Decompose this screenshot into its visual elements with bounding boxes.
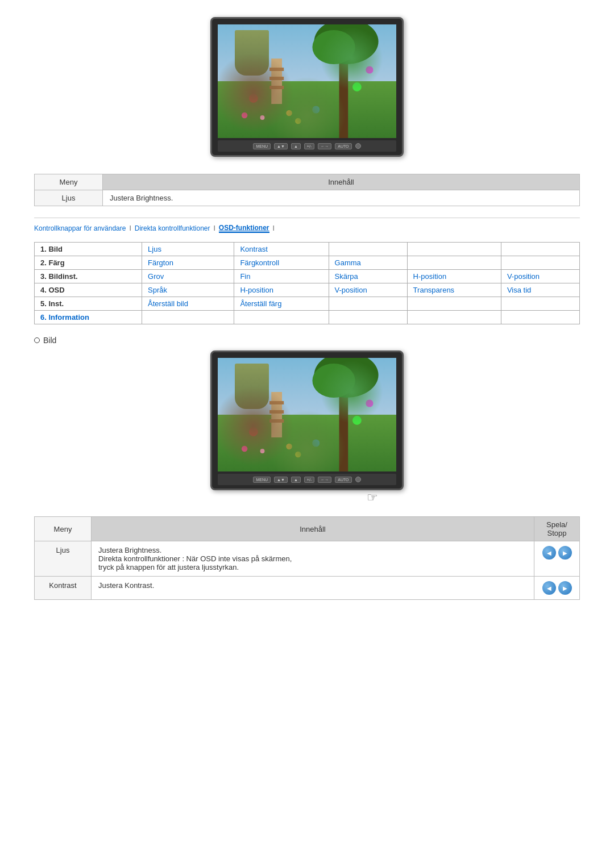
detail-menu-ljus: Ljus (35, 541, 92, 577)
svg-point-3 (314, 24, 379, 64)
osd-link-kontrast[interactable]: Kontrast (240, 245, 267, 253)
detail-buttons-ljus: ◀ ▶ (534, 541, 580, 577)
osd-link-aterstallFarg[interactable]: Återställ färg (240, 299, 281, 308)
osd-link-vposition-4[interactable]: V-position (335, 286, 367, 294)
monitor-btn-lr[interactable]: ←→ (318, 143, 331, 149)
table-row: Ljus Justera Brightness. Direkta kontrol… (35, 541, 580, 577)
osd-empty-12 (407, 311, 501, 324)
osd-link-vposition-3[interactable]: V-position (507, 272, 540, 281)
monitor-btn-menu[interactable]: MENU (253, 143, 271, 149)
nav-btn-next-kontrast[interactable]: ▶ (558, 581, 572, 595)
osd-label-5: 5. Inst. (35, 297, 142, 311)
detail-header-spela: Spela/ Stopp (534, 517, 580, 541)
divider-1 (34, 218, 580, 218)
osd-link-transparens[interactable]: Transparens (413, 286, 455, 294)
svg-point-35 (295, 452, 301, 458)
cursor-indicator: ☞ (367, 490, 378, 505)
osd-label-1: 1. Bild (35, 243, 142, 256)
svg-rect-27 (269, 419, 284, 423)
monitor-display-1: MENU ▲▼ ▲ +/- ←→ AUTO (210, 17, 404, 157)
osd-empty-8 (501, 297, 579, 311)
monitor2-btn-power[interactable] (355, 477, 361, 482)
table-row: 2. Färg Färgton Färgkontroll Gamma (35, 256, 580, 270)
svg-point-32 (366, 399, 373, 407)
osd-link-sprak[interactable]: Språk (148, 286, 167, 294)
svg-point-28 (249, 427, 258, 436)
monitor-btn-up[interactable]: ▲ (291, 143, 301, 149)
tab-kontrollknappar[interactable]: Kontrollknappar för användare (34, 224, 126, 232)
monitor-button-row-1: MENU ▲▼ ▲ +/- ←→ AUTO (253, 143, 360, 149)
osd-link-hposition-3[interactable]: H-position (413, 272, 447, 281)
svg-rect-23 (271, 392, 282, 437)
monitor2-btn-pm[interactable]: +/- (304, 477, 314, 483)
detail-content-ljus: Justera Brightness. Direkta kontrollfunk… (92, 541, 534, 577)
tabs-navigation: Kontrollknappar för användare I Direkta … (34, 224, 580, 233)
svg-point-13 (286, 110, 292, 116)
nav-buttons-kontrast: ◀ ▶ (541, 581, 572, 595)
osd-empty-7 (407, 297, 501, 311)
nav-buttons-ljus: ◀ ▶ (541, 546, 572, 560)
monitor-landscape-1 (218, 24, 396, 138)
svg-point-16 (260, 115, 265, 120)
osd-link-fin[interactable]: Fin (240, 272, 250, 281)
osd-label-4: 4. OSD (35, 283, 142, 297)
svg-rect-20 (339, 369, 349, 471)
monitor-btn-updown[interactable]: ▲▼ (274, 143, 288, 149)
radio-icon (34, 337, 40, 343)
osd-label-3: 3. Bildinst. (35, 270, 142, 283)
menu-item-ljus: Ljus (35, 190, 103, 206)
osd-empty-5 (501, 256, 579, 270)
detail-header-meny: Meny (35, 517, 92, 541)
osd-empty-1 (329, 243, 407, 256)
svg-point-31 (286, 444, 292, 450)
osd-functions-table: 1. Bild Ljus Kontrast 2. Färg Färgton Fä… (34, 242, 580, 324)
osd-link-fargkontroll[interactable]: Färgkontroll (240, 258, 279, 267)
monitor-button-row-2: MENU ▲▼ ▲ +/- ←→ AUTO (253, 477, 360, 483)
table-header-innehall: Innehåll (103, 174, 580, 190)
svg-rect-2 (339, 36, 349, 138)
nav-btn-prev-ljus[interactable]: ◀ (542, 546, 556, 560)
osd-link-hposition-4[interactable]: H-position (240, 286, 273, 294)
osd-empty-13 (501, 311, 579, 324)
svg-point-33 (242, 446, 248, 452)
monitor-btn-auto[interactable]: AUTO (335, 143, 351, 149)
osd-empty-2 (407, 243, 501, 256)
osd-link-visatid[interactable]: Visa tid (507, 286, 531, 294)
monitor2-btn-updown[interactable]: ▲▼ (274, 477, 288, 483)
osd-link-grov[interactable]: Grov (148, 272, 164, 281)
monitor-controls-2: MENU ▲▼ ▲ +/- ←→ AUTO (218, 474, 396, 485)
table-row: 6. Information (35, 311, 580, 324)
detail-buttons-kontrast: ◀ ▶ (534, 577, 580, 600)
nav-btn-prev-kontrast[interactable]: ◀ (542, 581, 556, 595)
tab-sep-1: I (129, 224, 131, 232)
monitor-screen-2 (218, 358, 396, 471)
monitor-section-1: MENU ▲▼ ▲ +/- ←→ AUTO (34, 17, 580, 157)
osd-link-aterstallbild[interactable]: Återställ bild (148, 299, 188, 308)
table-row: Kontrast Justera Kontrast. ◀ ▶ (35, 577, 580, 600)
osd-empty-4 (407, 256, 501, 270)
osd-empty-11 (329, 311, 407, 324)
monitor2-btn-up[interactable]: ▲ (291, 477, 301, 483)
svg-rect-8 (269, 77, 284, 80)
osd-link-ljus[interactable]: Ljus (148, 245, 161, 253)
monitor2-btn-auto[interactable]: AUTO (335, 477, 351, 483)
osd-link-fargton[interactable]: Färgton (148, 258, 173, 267)
osd-empty-3 (501, 243, 579, 256)
nav-btn-next-ljus[interactable]: ▶ (558, 546, 572, 560)
osd-label-6: 6. Information (35, 311, 142, 324)
svg-rect-19 (218, 415, 396, 471)
tab-sep-2: I (214, 224, 215, 232)
monitor2-btn-menu[interactable]: MENU (253, 477, 271, 483)
osd-link-gamma[interactable]: Gamma (335, 258, 361, 267)
svg-rect-9 (269, 86, 284, 89)
svg-rect-1 (218, 81, 396, 138)
osd-empty-6 (329, 297, 407, 311)
tab-direkta[interactable]: Direkta kontrollfunktioner (135, 224, 210, 232)
monitor-btn-pm[interactable]: +/- (304, 143, 314, 149)
table-row: 5. Inst. Återställ bild Återställ färg (35, 297, 580, 311)
detail-table: Meny Innehåll Spela/ Stopp Ljus Justera … (34, 516, 580, 600)
osd-link-skarpa[interactable]: Skärpa (335, 272, 358, 281)
monitor-btn-power[interactable] (355, 143, 361, 149)
tab-osd[interactable]: OSD-funktioner (219, 224, 269, 233)
monitor2-btn-lr[interactable]: ←→ (318, 477, 331, 483)
